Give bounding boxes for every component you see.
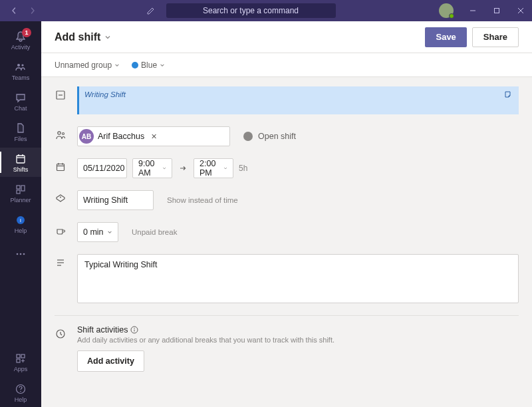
sub-header: Unnamed group Blue bbox=[41, 53, 532, 77]
chevron-down-icon bbox=[104, 34, 111, 41]
rail-help[interactable]: i Help bbox=[0, 209, 41, 238]
rail-shifts[interactable]: Shifts bbox=[0, 148, 41, 177]
rail-activity[interactable]: Activity 1 bbox=[0, 25, 41, 55]
activities-title: Shift activities bbox=[77, 325, 519, 335]
activities-subtitle: Add daily activities or any additional b… bbox=[77, 336, 519, 344]
presence-indicator bbox=[449, 13, 454, 19]
remove-chip-button[interactable]: ✕ bbox=[148, 131, 159, 142]
rail-label: Teams bbox=[12, 74, 30, 81]
rail-planner[interactable]: Planner bbox=[0, 178, 41, 207]
user-avatar[interactable] bbox=[439, 3, 454, 18]
custom-label-hint: Show instead of time bbox=[167, 196, 238, 204]
help-icon bbox=[14, 382, 27, 396]
svg-point-24 bbox=[63, 133, 65, 135]
rail-label: Apps bbox=[14, 366, 28, 372]
rail-label: Shifts bbox=[13, 166, 29, 173]
color-dropdown[interactable]: Blue bbox=[132, 61, 165, 70]
svg-rect-10 bbox=[17, 190, 20, 194]
rail-label: Chat bbox=[14, 105, 27, 112]
svg-point-29 bbox=[60, 197, 61, 198]
form-body: Writing Shift AB Arif Bacch bbox=[41, 77, 532, 407]
svg-point-20 bbox=[20, 390, 21, 392]
chevron-down-icon bbox=[160, 63, 165, 68]
rail-chat[interactable]: Chat bbox=[0, 86, 41, 116]
rail-more[interactable] bbox=[0, 239, 41, 269]
notes-icon bbox=[55, 257, 66, 269]
radio-off-icon bbox=[243, 132, 253, 141]
end-time-input[interactable]: 2:00 PM bbox=[194, 158, 233, 178]
page-title-text: Add shift bbox=[55, 31, 100, 43]
chevron-down-icon bbox=[162, 166, 166, 171]
svg-rect-8 bbox=[17, 186, 20, 189]
share-button[interactable]: Share bbox=[472, 27, 519, 47]
window-minimize[interactable] bbox=[462, 0, 484, 21]
notes-input[interactable]: Typical Writing Shift bbox=[77, 254, 519, 303]
people-icon bbox=[55, 129, 66, 141]
compose-icon[interactable] bbox=[144, 3, 158, 18]
preview-icon bbox=[55, 89, 66, 101]
files-icon bbox=[14, 122, 27, 135]
svg-point-23 bbox=[58, 132, 61, 134]
preview-label: Writing Shift bbox=[84, 90, 126, 98]
back-button[interactable] bbox=[5, 3, 23, 18]
svg-rect-25 bbox=[57, 164, 65, 171]
window-maximize[interactable] bbox=[485, 0, 508, 21]
svg-text:i: i bbox=[20, 217, 21, 223]
save-button[interactable]: Save bbox=[425, 27, 466, 47]
planner-icon bbox=[14, 183, 27, 196]
apps-icon bbox=[14, 352, 27, 365]
rail-teams[interactable]: Teams bbox=[0, 56, 41, 85]
date-input[interactable]: 05/11/2020 bbox=[77, 158, 127, 178]
shifts-icon bbox=[14, 152, 27, 166]
svg-rect-18 bbox=[17, 359, 20, 362]
chevron-down-icon bbox=[107, 229, 112, 235]
person-name: Arif Bacchus bbox=[98, 132, 144, 141]
rail-files[interactable]: Files bbox=[0, 117, 41, 146]
teams-icon bbox=[14, 61, 27, 74]
search-command-box[interactable]: Search or type a command bbox=[166, 3, 336, 18]
rail-label: Files bbox=[14, 136, 27, 142]
svg-rect-9 bbox=[21, 186, 25, 191]
coffee-icon bbox=[55, 225, 66, 237]
calendar-icon bbox=[55, 161, 66, 173]
break-duration-input[interactable]: 0 min bbox=[77, 222, 118, 242]
start-time-input[interactable]: 9:00 AM bbox=[132, 158, 172, 178]
more-icon bbox=[14, 247, 27, 261]
svg-point-14 bbox=[20, 253, 22, 255]
open-shift-label: Open shift bbox=[258, 132, 296, 141]
duration-label: 5h bbox=[239, 164, 247, 173]
svg-point-15 bbox=[23, 253, 25, 255]
svg-rect-17 bbox=[21, 354, 25, 358]
people-picker[interactable]: AB Arif Bacchus ✕ bbox=[77, 126, 230, 146]
break-hint: Unpaid break bbox=[132, 228, 177, 236]
person-avatar: AB bbox=[79, 129, 94, 144]
rail-help-bottom[interactable]: Help bbox=[0, 378, 41, 407]
rail-label: Help bbox=[15, 396, 27, 403]
custom-label-input[interactable]: Writing Shift bbox=[77, 190, 154, 210]
content-panel: Add shift Save Share Unnamed group Blue bbox=[41, 21, 532, 407]
svg-point-13 bbox=[17, 253, 19, 255]
search-placeholder: Search or type a command bbox=[203, 6, 299, 15]
chevron-down-icon bbox=[223, 166, 227, 171]
chevron-down-icon bbox=[114, 63, 120, 68]
activity-badge: 1 bbox=[22, 28, 31, 37]
note-icon bbox=[504, 90, 513, 100]
open-shift-toggle[interactable]: Open shift bbox=[243, 132, 296, 141]
forward-button[interactable] bbox=[24, 3, 41, 18]
page-title[interactable]: Add shift bbox=[55, 31, 111, 43]
app-rail: Activity 1 Teams Chat Files Shifts bbox=[0, 21, 41, 407]
window-close[interactable] bbox=[509, 0, 532, 21]
svg-rect-4 bbox=[17, 156, 25, 163]
shift-preview-card: Writing Shift bbox=[77, 86, 519, 114]
person-chip: AB Arif Bacchus ✕ bbox=[79, 128, 162, 144]
info-icon[interactable] bbox=[130, 326, 138, 334]
svg-rect-16 bbox=[17, 354, 20, 358]
add-activity-button[interactable]: Add activity bbox=[77, 350, 144, 372]
svg-point-2 bbox=[17, 64, 20, 67]
rail-label: Activity bbox=[11, 44, 31, 51]
svg-rect-1 bbox=[495, 9, 499, 13]
rail-apps[interactable]: Apps bbox=[0, 347, 41, 376]
rail-label: Planner bbox=[10, 197, 31, 204]
group-dropdown[interactable]: Unnamed group bbox=[55, 61, 120, 70]
svg-point-3 bbox=[21, 64, 23, 66]
